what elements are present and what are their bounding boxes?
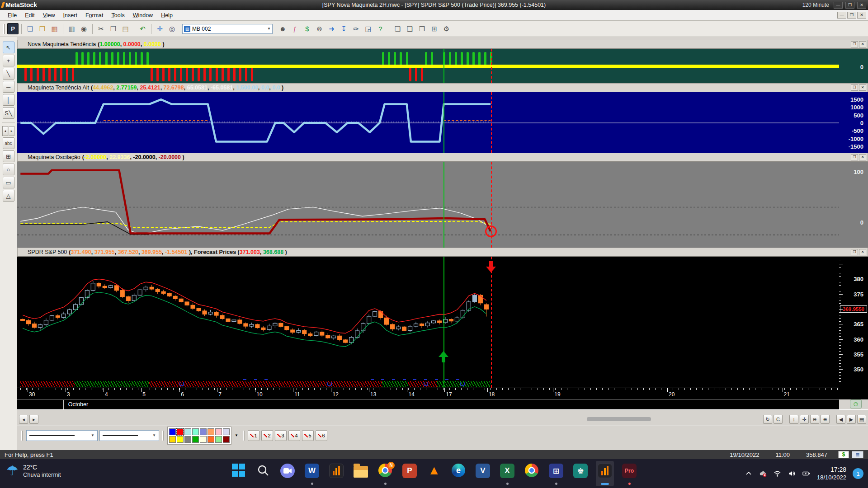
grid-tool[interactable]: ⊞	[3, 150, 14, 162]
restore-button[interactable]: ❐	[845, 2, 854, 9]
powerpoint-app[interactable]: P	[401, 461, 419, 486]
zoom-in-button[interactable]: ⊕	[821, 415, 830, 424]
auto-scale-button[interactable]: C	[774, 415, 783, 424]
tray-expand-icon[interactable]	[745, 469, 753, 478]
chart-options-button[interactable]: ⚙	[441, 23, 452, 34]
open-button[interactable]: ❒	[37, 23, 48, 34]
panel-title-tendencia-alt[interactable]: Maquineta Tendência Alt (44.4962, 2.7715…	[17, 83, 868, 92]
panel-close-button[interactable]: ✕	[859, 84, 866, 91]
crosshair-tool[interactable]: +	[3, 55, 14, 66]
tile-vertical-button[interactable]: ⊞	[429, 23, 440, 34]
line-weight-picker[interactable]: ▼	[99, 430, 159, 441]
color-swatch[interactable]	[184, 436, 191, 443]
trend-template-button-4[interactable]: 4	[288, 430, 300, 441]
power-console-button[interactable]: P	[7, 23, 19, 34]
expert-advisor-button[interactable]: $	[302, 23, 313, 34]
color-swatch[interactable]	[192, 436, 199, 443]
print-preview-button[interactable]: ◉	[78, 23, 90, 34]
color-swatch[interactable]	[169, 436, 176, 443]
color-swatch[interactable]	[208, 428, 214, 435]
panel-restore-button[interactable]: ❐	[851, 249, 858, 255]
color-swatch[interactable]	[208, 436, 214, 443]
color-swatch[interactable]	[177, 436, 184, 443]
palette-more-button[interactable]: ▼	[233, 428, 240, 443]
color-swatch[interactable]	[177, 428, 184, 435]
forecast-button[interactable]: ➜	[326, 23, 337, 34]
menu-window[interactable]: Window	[129, 11, 157, 19]
panel-restore-button[interactable]: ❐	[851, 84, 858, 91]
pan-button[interactable]: ✢	[800, 415, 809, 424]
onedrive-error-icon[interactable]	[759, 469, 767, 478]
metastock-active-app[interactable]	[596, 461, 614, 486]
panel-title-tendencia[interactable]: Nova Maquineta Tendência (1.00000, 0.000…	[17, 40, 868, 49]
child-minimize-button[interactable]: —	[837, 12, 846, 19]
undo-button[interactable]: ↶	[137, 23, 148, 34]
paste-button[interactable]: ▤	[120, 23, 131, 34]
edge-app[interactable]: e	[449, 461, 467, 486]
layout-combobox[interactable]: ▥ MB 002 ▼	[182, 24, 273, 34]
rectangle-tool[interactable]: ▭	[3, 177, 14, 188]
color-swatch[interactable]	[215, 428, 222, 435]
word-app[interactable]: W	[303, 461, 321, 486]
chrome-profile-app[interactable]: N	[376, 461, 394, 486]
color-swatch[interactable]	[200, 436, 207, 443]
battery-icon[interactable]	[802, 469, 811, 478]
page-menu-button[interactable]: ▤	[857, 415, 866, 424]
color-swatch[interactable]	[223, 436, 230, 443]
metastock-app[interactable]	[327, 461, 345, 486]
smiley-icon[interactable]: ☺	[850, 399, 862, 408]
menu-file[interactable]: File	[4, 11, 21, 19]
tile-chart-button[interactable]: ❒	[416, 23, 428, 34]
close-button[interactable]: ✕	[857, 2, 866, 9]
pointer-tool[interactable]: ↖	[3, 42, 14, 53]
currency-button[interactable]: $	[838, 451, 849, 458]
plot-tendencia-alt[interactable]	[17, 92, 839, 153]
chat-app[interactable]	[278, 461, 297, 486]
search-button[interactable]	[254, 461, 272, 486]
chrome-app[interactable]	[523, 461, 541, 486]
horizontal-line-tool[interactable]: ─	[3, 81, 14, 93]
scroll-right-tool[interactable]: ▸	[9, 126, 14, 136]
scroll-right-button[interactable]: ▸	[29, 415, 38, 424]
minimize-button[interactable]: —	[834, 2, 843, 9]
pin-button[interactable]: ✑	[350, 23, 362, 34]
color-swatch[interactable]	[215, 436, 222, 443]
child-close-button[interactable]: ✕	[857, 12, 866, 19]
color-swatch[interactable]	[169, 428, 176, 435]
calculator-app[interactable]: ⊞	[547, 461, 565, 486]
visio-app[interactable]: V	[474, 461, 492, 486]
color-swatch[interactable]	[223, 428, 230, 435]
vertical-zoom-button[interactable]: ↕	[789, 415, 798, 424]
chevron-down-icon[interactable]: ▼	[267, 27, 271, 31]
zoom-area-button[interactable]: ◎	[166, 23, 178, 34]
plot-oscilacao[interactable]	[17, 162, 839, 248]
weather-widget[interactable]: ☂ 22°C Chuva intermit	[6, 463, 61, 479]
panel-restore-button[interactable]: ❐	[851, 41, 858, 47]
trend-template-button-1[interactable]: 1	[248, 430, 259, 441]
vertical-line-tool[interactable]: │	[3, 94, 14, 106]
color-swatch[interactable]	[200, 428, 207, 435]
panel-title-price[interactable]: SPDR S&P 500 (371.490, 371.955, 367.520,…	[17, 248, 868, 257]
trend-template-button-6[interactable]: 6	[316, 430, 327, 441]
scroll-left-button[interactable]: ◂	[19, 415, 28, 424]
vlc-app[interactable]: ▲	[425, 461, 443, 486]
indicator-builder-button[interactable]: ƒ	[289, 23, 301, 34]
crosshair-pointer-button[interactable]: ✛	[154, 23, 165, 34]
taskbar-clock[interactable]: 17:28 18/10/2022	[817, 465, 846, 482]
report-button[interactable]: ≣	[852, 451, 863, 458]
panel-title-oscilacao[interactable]: Maquineta Oscilação (-2.00000, 22.9336, …	[17, 153, 868, 162]
zoom-out-button[interactable]: ⊖	[810, 415, 819, 424]
scrollbar-track[interactable]	[43, 417, 758, 422]
triangle-tool[interactable]: △	[3, 190, 14, 202]
text-tool[interactable]: abc	[3, 137, 14, 149]
excel-app[interactable]: X	[498, 461, 516, 486]
chess-app[interactable]: ♚	[571, 461, 590, 486]
panel-restore-button[interactable]: ❐	[851, 154, 858, 160]
wifi-icon[interactable]	[774, 469, 782, 478]
inspect-button[interactable]: ◲	[363, 23, 374, 34]
menu-view[interactable]: View	[39, 11, 59, 19]
panel-close-button[interactable]: ✕	[859, 154, 866, 160]
panel-close-button[interactable]: ✕	[859, 249, 866, 255]
help-pointer-button[interactable]: ?	[375, 23, 386, 34]
cut-button[interactable]: ✂	[95, 23, 107, 34]
